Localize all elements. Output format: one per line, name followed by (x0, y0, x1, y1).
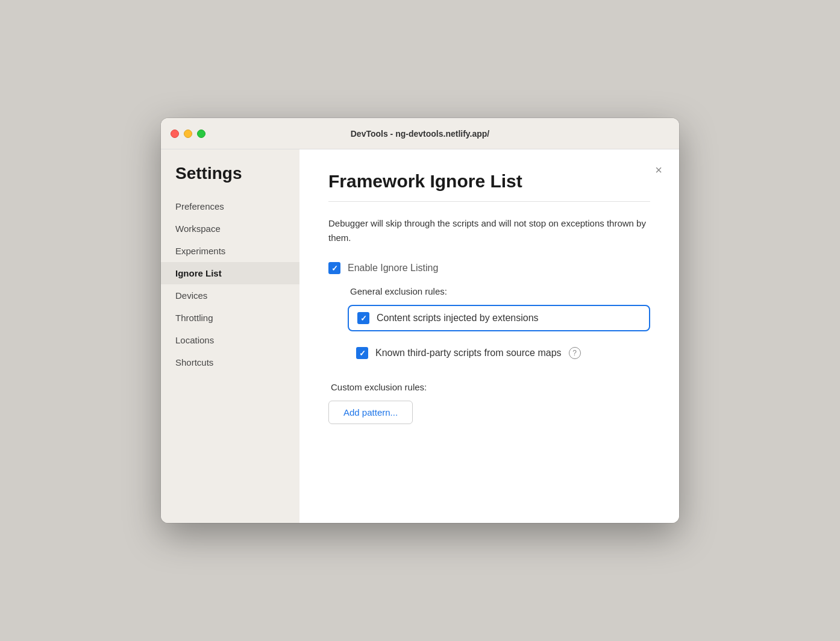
content-scripts-checkmark-icon: ✓ (360, 314, 367, 323)
panel-description: Debugger will skip through the scripts a… (328, 216, 650, 245)
main-content: Settings Preferences Workspace Experimen… (161, 149, 679, 523)
third-party-scripts-checkbox[interactable]: ✓ (356, 347, 368, 359)
custom-exclusion-rules-label: Custom exclusion rules: (331, 382, 650, 392)
titlebar: DevTools - ng-devtools.netlify.app/ (161, 118, 679, 149)
enable-ignore-listing-label: Enable Ignore Listing (348, 263, 438, 274)
devtools-window: DevTools - ng-devtools.netlify.app/ Sett… (161, 118, 679, 523)
sidebar-heading: Settings (161, 164, 299, 195)
panel-divider (328, 201, 650, 202)
titlebar-title: DevTools - ng-devtools.netlify.app/ (351, 129, 490, 139)
content-scripts-checkbox[interactable]: ✓ (357, 312, 369, 324)
content-scripts-label: Content scripts injected by extensions (377, 313, 539, 324)
enable-ignore-listing-checkbox[interactable]: ✓ (328, 262, 340, 274)
add-pattern-button[interactable]: Add pattern... (328, 401, 413, 424)
content-panel: × Framework Ignore List Debugger will sk… (299, 149, 679, 523)
sidebar: Settings Preferences Workspace Experimen… (161, 149, 299, 523)
sidebar-item-workspace[interactable]: Workspace (161, 217, 299, 240)
sidebar-item-experiments[interactable]: Experiments (161, 240, 299, 262)
sidebar-nav: Preferences Workspace Experiments Ignore… (161, 195, 299, 374)
close-button[interactable]: × (653, 161, 665, 178)
rule-third-party-scripts: ✓ Known third-party scripts from source … (348, 341, 650, 365)
traffic-lights (171, 130, 205, 138)
panel-title: Framework Ignore List (328, 171, 650, 192)
sidebar-item-devices[interactable]: Devices (161, 284, 299, 307)
close-traffic-light[interactable] (171, 130, 179, 138)
third-party-scripts-checkmark-icon: ✓ (359, 349, 366, 358)
third-party-scripts-help-icon[interactable]: ? (569, 347, 581, 359)
sidebar-item-locations[interactable]: Locations (161, 329, 299, 351)
custom-exclusion-rules-section: Custom exclusion rules: Add pattern... (328, 382, 650, 424)
sidebar-item-shortcuts[interactable]: Shortcuts (161, 351, 299, 374)
checkmark-icon: ✓ (331, 264, 338, 273)
minimize-traffic-light[interactable] (184, 130, 192, 138)
maximize-traffic-light[interactable] (197, 130, 205, 138)
general-exclusion-rules-label: General exclusion rules: (350, 286, 650, 296)
sidebar-item-preferences[interactable]: Preferences (161, 195, 299, 217)
rule-content-scripts: ✓ Content scripts injected by extensions (348, 305, 650, 331)
sidebar-item-ignore-list[interactable]: Ignore List (161, 262, 299, 284)
enable-ignore-listing-row: ✓ Enable Ignore Listing (328, 262, 650, 274)
sidebar-item-throttling[interactable]: Throttling (161, 307, 299, 329)
third-party-scripts-label: Known third-party scripts from source ma… (375, 348, 562, 358)
exclusion-rules-section: General exclusion rules: ✓ Content scrip… (348, 286, 650, 365)
